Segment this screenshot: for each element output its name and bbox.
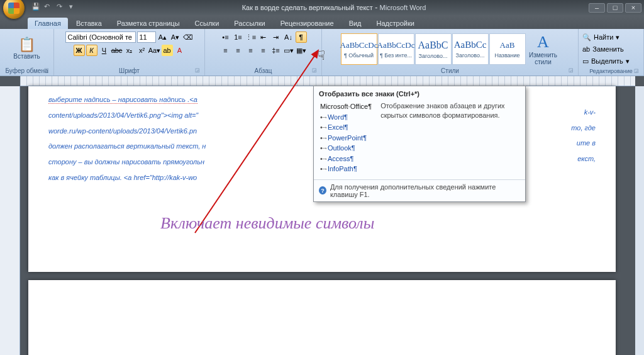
style-title[interactable]: AaBНазвание bbox=[489, 33, 526, 65]
group-styles: AaBbCcDc¶ Обычный AaBbCcDc¶ Без инте... … bbox=[322, 29, 579, 76]
superscript-icon[interactable]: x² bbox=[136, 45, 148, 56]
strike-icon[interactable]: abc bbox=[111, 45, 123, 56]
italic-icon[interactable]: К bbox=[86, 45, 97, 56]
align-center-icon[interactable]: ≡ bbox=[233, 45, 244, 56]
outdent-icon[interactable]: ⇤ bbox=[258, 31, 269, 43]
tooltip-desc: Отображение знаков абзацев и других скры… bbox=[380, 101, 520, 174]
bold-icon[interactable]: Ж bbox=[74, 45, 85, 56]
numbering-icon[interactable]: 1≡ bbox=[233, 31, 244, 43]
find-icon: 🔍 bbox=[582, 33, 591, 42]
paste-icon: 📋 bbox=[18, 37, 35, 53]
paste-button[interactable]: 📋 Вставить bbox=[13, 30, 42, 65]
justify-icon[interactable]: ≡ bbox=[258, 45, 269, 56]
tab-review[interactable]: Рецензирование bbox=[274, 18, 341, 29]
tab-view[interactable]: Вид bbox=[342, 18, 369, 29]
replace-icon: ab bbox=[582, 45, 590, 53]
font-size-select[interactable] bbox=[137, 31, 156, 43]
horizontal-ruler[interactable] bbox=[20, 76, 635, 86]
font-color-icon[interactable]: A bbox=[174, 45, 186, 56]
highlight-icon[interactable]: ab bbox=[162, 45, 173, 56]
redo-icon[interactable]: ↷ bbox=[57, 3, 67, 13]
tooltip-footer: Для получения дополнительных сведений на… bbox=[314, 179, 525, 201]
style-heading1[interactable]: AaBbCЗаголово... bbox=[415, 33, 452, 65]
tab-insert[interactable]: Вставка bbox=[69, 18, 109, 29]
title-bar: 💾 ↶ ↷ ▾ Как в ворде сделать вертикальный… bbox=[0, 0, 644, 15]
group-editing: 🔍Найти▾ abЗаменить ▭Выделить▾ Редактиров… bbox=[579, 29, 644, 76]
ribbon-tabs: Главная Вставка Разметка страницы Ссылки… bbox=[0, 15, 644, 29]
bullets-icon[interactable]: •≡ bbox=[220, 31, 231, 43]
clear-format-icon[interactable]: ⌫ bbox=[182, 31, 194, 43]
group-clipboard: 📋 Вставить Буфер обмена bbox=[0, 29, 54, 76]
show-marks-icon[interactable]: ¶ bbox=[296, 31, 307, 43]
tooltip-title: Отобразить все знаки (Ctrl+*) bbox=[314, 86, 525, 100]
align-left-icon[interactable]: ≡ bbox=[220, 45, 231, 56]
tooltip-show-marks: Отобразить все знаки (Ctrl+*) Microsoft·… bbox=[313, 86, 526, 202]
window-title: Как в ворде сделать вертикальный текст -… bbox=[79, 3, 589, 12]
vertical-scrollbar[interactable] bbox=[635, 86, 644, 355]
tab-addins[interactable]: Надстройки bbox=[370, 18, 421, 29]
close-button[interactable]: × bbox=[625, 3, 641, 13]
paste-label: Вставить bbox=[13, 53, 40, 60]
replace-button[interactable]: abЗаменить bbox=[582, 43, 640, 55]
group-label: Стили bbox=[325, 67, 575, 76]
shading-icon[interactable]: ▭▾ bbox=[283, 45, 294, 56]
undo-icon[interactable]: ↶ bbox=[44, 3, 54, 13]
style-heading2[interactable]: AaBbCcЗаголово... bbox=[452, 33, 489, 65]
style-normal[interactable]: AaBbCcDc¶ Обычный bbox=[341, 33, 377, 65]
indent-icon[interactable]: ⇥ bbox=[270, 31, 282, 43]
find-button[interactable]: 🔍Найти▾ bbox=[582, 31, 640, 43]
font-name-select[interactable] bbox=[65, 31, 136, 43]
line-spacing-icon[interactable]: ‡≡ bbox=[270, 45, 282, 56]
tab-page-layout[interactable]: Разметка страницы bbox=[110, 18, 187, 29]
document-page-2[interactable]: | bbox=[28, 280, 616, 355]
change-styles-icon: A bbox=[537, 33, 549, 52]
ribbon: 📋 Вставить Буфер обмена A▴ A▾ ⌫ Ж К Ч ab… bbox=[0, 29, 644, 76]
change-case-icon[interactable]: Aa▾ bbox=[149, 45, 160, 56]
align-right-icon[interactable]: ≡ bbox=[245, 45, 257, 56]
style-gallery[interactable]: AaBbCcDc¶ Обычный AaBbCcDc¶ Без инте... … bbox=[341, 33, 526, 65]
grow-font-icon[interactable]: A▴ bbox=[157, 31, 169, 43]
multilevel-icon[interactable]: ⋮≡ bbox=[245, 31, 257, 43]
vertical-ruler[interactable] bbox=[0, 86, 20, 355]
select-icon: ▭ bbox=[582, 57, 589, 65]
annotation-text: Включает невидимые символы bbox=[160, 214, 374, 233]
qat-more-icon[interactable]: ▾ bbox=[69, 3, 79, 13]
group-label: Редактирование bbox=[582, 67, 640, 76]
group-label: Абзац bbox=[208, 67, 318, 76]
tab-mailings[interactable]: Рассылки bbox=[227, 18, 272, 29]
group-paragraph: •≡ 1≡ ⋮≡ ⇤ ⇥ A↓ ¶ ≡ ≡ ≡ ≡ ‡≡ ▭▾ ▦▾ Абзац bbox=[205, 29, 322, 76]
group-label: Шрифт bbox=[57, 67, 201, 76]
tab-references[interactable]: Ссылки bbox=[188, 18, 226, 29]
select-button[interactable]: ▭Выделить▾ bbox=[582, 55, 640, 67]
tooltip-list: Microsoft·Office¶ Word Excel PowerPoint … bbox=[320, 101, 372, 174]
group-font: A▴ A▾ ⌫ Ж К Ч abc x₂ x² Aa▾ ab A Шрифт bbox=[54, 29, 205, 76]
shrink-font-icon[interactable]: A▾ bbox=[170, 31, 181, 43]
tab-home[interactable]: Главная bbox=[28, 18, 68, 29]
quick-access-toolbar[interactable]: 💾 ↶ ↷ ▾ bbox=[31, 3, 79, 13]
subscript-icon[interactable]: x₂ bbox=[124, 45, 135, 56]
minimize-button[interactable]: – bbox=[589, 3, 605, 13]
group-label: Буфер обмена bbox=[3, 67, 50, 76]
change-styles-button[interactable]: A Изменить стили bbox=[527, 31, 560, 67]
underline-icon[interactable]: Ч bbox=[99, 45, 110, 56]
style-no-spacing[interactable]: AaBbCcDc¶ Без инте... bbox=[378, 33, 414, 65]
sort-icon[interactable]: A↓ bbox=[283, 31, 294, 43]
save-icon[interactable]: 💾 bbox=[31, 3, 42, 13]
borders-icon[interactable]: ▦▾ bbox=[296, 45, 307, 56]
change-styles-label: Изменить стили bbox=[528, 52, 559, 65]
maximize-button[interactable]: □ bbox=[607, 3, 623, 13]
